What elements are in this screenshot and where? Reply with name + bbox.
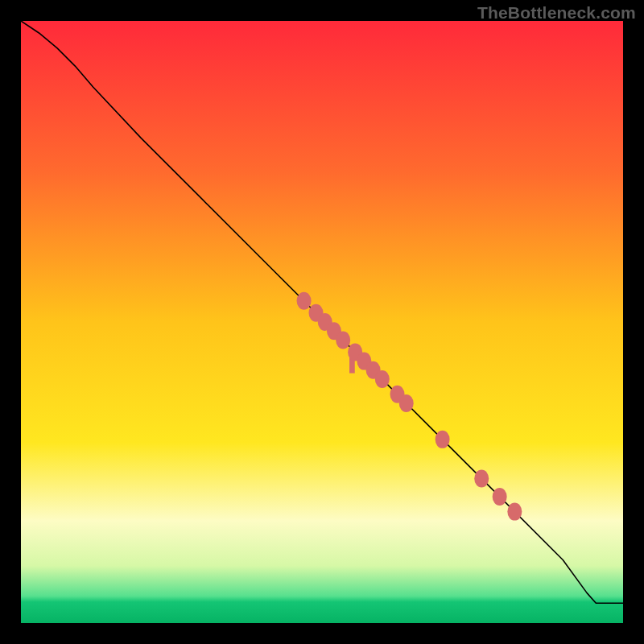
data-marker xyxy=(507,503,522,521)
data-marker xyxy=(336,331,350,349)
chart-stage: TheBottleneck.com xyxy=(0,0,644,644)
plot-area xyxy=(21,21,623,623)
chart-svg xyxy=(21,21,623,623)
data-marker xyxy=(436,431,450,448)
data-marker xyxy=(474,469,489,487)
data-marker xyxy=(493,488,507,506)
watermark-text: TheBottleneck.com xyxy=(477,3,636,23)
data-marker xyxy=(375,370,390,388)
data-marker xyxy=(297,292,312,310)
data-marker xyxy=(399,394,414,412)
